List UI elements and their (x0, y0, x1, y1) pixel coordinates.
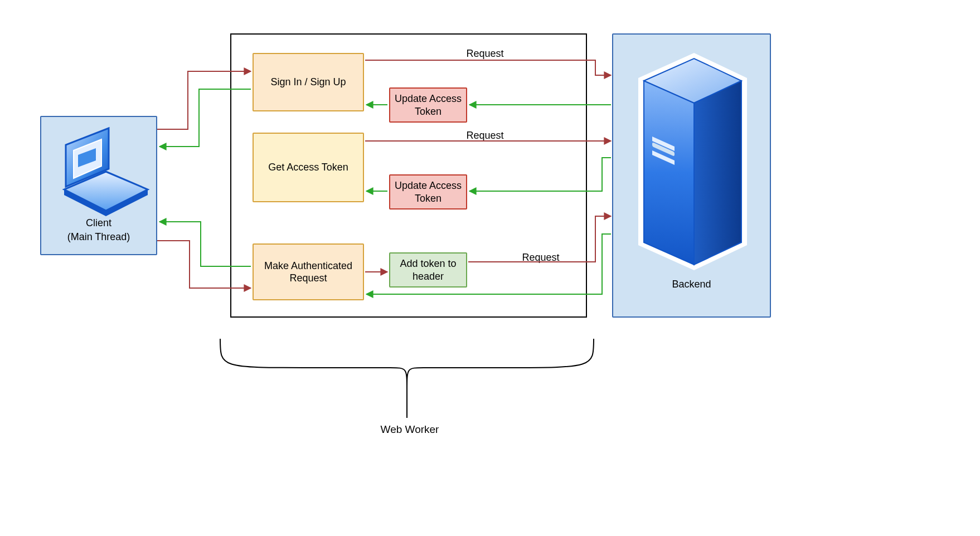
request-label-1: Request (457, 48, 513, 60)
request-label-3-text: Request (522, 252, 559, 263)
add-token-header-label: Add token to header (394, 257, 463, 282)
update-token-1-label: Update Access Token (394, 92, 463, 118)
get-access-token-box: Get Access Token (253, 133, 364, 202)
backend-label: Backend (612, 279, 771, 290)
update-token-box-2: Update Access Token (389, 174, 467, 209)
diagram-canvas: Client (Main Thread) Backend Sign In / S… (0, 0, 980, 536)
client-label-line2: (Main Thread) (40, 231, 157, 243)
client-label-line1: Client (40, 217, 157, 229)
web-worker-brace-text: Web Worker (381, 423, 439, 435)
backend-label-text: Backend (672, 279, 711, 290)
client-label-text1: Client (86, 217, 111, 228)
request-label-3: Request (513, 252, 569, 264)
signin-box: Sign In / Sign Up (253, 53, 364, 111)
web-worker-brace (220, 339, 594, 418)
web-worker-brace-label: Web Worker (340, 423, 479, 436)
make-auth-request-label: Make Authenticated Request (257, 260, 360, 285)
update-token-box-1: Update Access Token (389, 87, 467, 123)
request-label-2-text: Request (466, 130, 503, 141)
backend-container (612, 33, 771, 318)
update-token-2-label: Update Access Token (394, 179, 463, 204)
get-access-token-label: Get Access Token (268, 161, 348, 174)
add-token-header-box: Add token to header (389, 252, 467, 288)
client-label-text2: (Main Thread) (67, 231, 130, 242)
request-label-2: Request (457, 130, 513, 142)
request-label-1-text: Request (466, 48, 503, 59)
signin-label: Sign In / Sign Up (270, 76, 346, 89)
make-auth-request-box: Make Authenticated Request (253, 243, 364, 300)
